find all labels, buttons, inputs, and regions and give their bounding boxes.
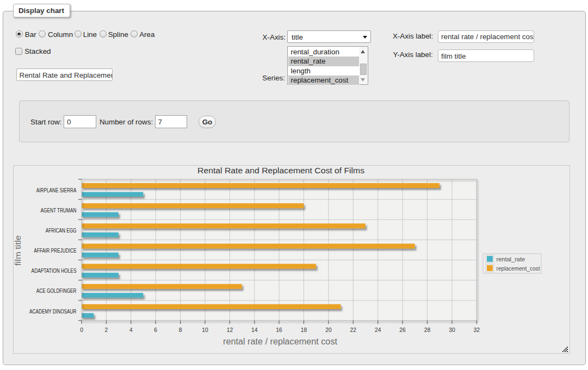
svg-text:rental rate / replacement cost: rental rate / replacement cost bbox=[223, 337, 338, 346]
svg-text:AFFAIR PREJUDICE: AFFAIR PREJUDICE bbox=[34, 248, 76, 254]
svg-text:2: 2 bbox=[105, 327, 108, 333]
svg-text:24: 24 bbox=[375, 327, 381, 333]
svg-text:12: 12 bbox=[227, 327, 233, 333]
svg-text:ADAPTATION HOLES: ADAPTATION HOLES bbox=[32, 268, 77, 274]
svg-text:ACE GOLDFINGER: ACE GOLDFINGER bbox=[36, 288, 77, 294]
svg-text:30: 30 bbox=[449, 327, 455, 333]
svg-text:28: 28 bbox=[424, 327, 431, 333]
svg-text:Rental Rate and Replacement Co: Rental Rate and Replacement Cost of Film… bbox=[197, 166, 364, 175]
svg-text:4: 4 bbox=[129, 327, 133, 333]
svg-text:10: 10 bbox=[202, 327, 208, 333]
svg-text:film title: film title bbox=[14, 235, 22, 266]
svg-text:rental_rate: rental_rate bbox=[497, 256, 525, 262]
svg-text:AFRICAN EGG: AFRICAN EGG bbox=[46, 228, 77, 234]
svg-text:22: 22 bbox=[350, 327, 357, 333]
svg-text:0: 0 bbox=[80, 327, 83, 333]
svg-text:14: 14 bbox=[251, 327, 258, 333]
svg-text:32: 32 bbox=[474, 327, 480, 333]
svg-text:16: 16 bbox=[276, 327, 282, 333]
svg-text:8: 8 bbox=[179, 327, 182, 333]
svg-text:AIRPLANE SIERRA: AIRPLANE SIERRA bbox=[36, 187, 77, 193]
svg-text:20: 20 bbox=[325, 327, 332, 333]
svg-text:ACADEMY DINOSAUR: ACADEMY DINOSAUR bbox=[29, 309, 77, 315]
svg-text:18: 18 bbox=[301, 327, 307, 333]
svg-text:AGENT TRUMAN: AGENT TRUMAN bbox=[41, 208, 77, 214]
svg-text:replacement_cost: replacement_cost bbox=[497, 265, 540, 272]
svg-text:6: 6 bbox=[154, 327, 157, 333]
svg-text:26: 26 bbox=[399, 327, 406, 333]
